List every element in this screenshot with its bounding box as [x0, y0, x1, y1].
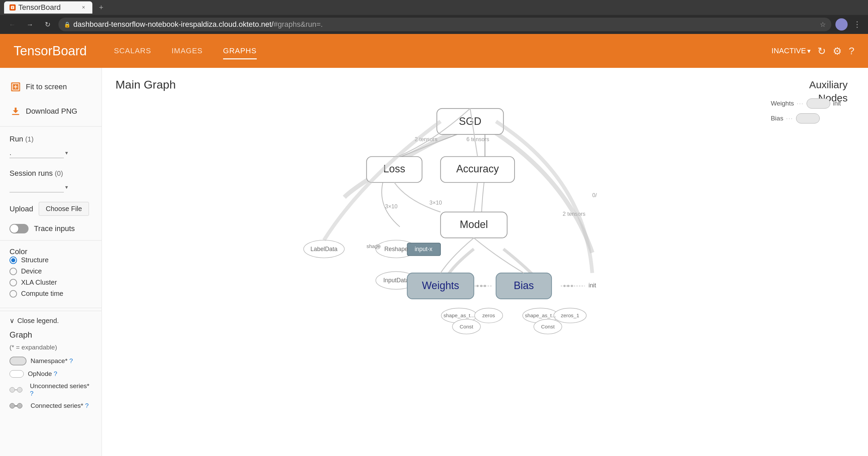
run-select[interactable]: .	[10, 148, 64, 158]
color-option-structure[interactable]: Structure	[10, 256, 92, 264]
svg-text:0/: 0/	[592, 192, 597, 198]
svg-text:Const: Const	[460, 324, 474, 329]
fit-to-screen-icon	[10, 81, 22, 93]
session-select[interactable]	[10, 182, 64, 192]
nav-tab-images[interactable]: IMAGES	[171, 44, 203, 58]
run-select-arrow[interactable]: ▾	[807, 47, 811, 55]
new-tab-button[interactable]: +	[95, 1, 107, 14]
address-bar: ← → ↻ 🔒 dashboard-tensorflow-notebook-ir…	[0, 15, 868, 34]
legend-connected-help[interactable]: ?	[85, 402, 89, 409]
svg-text:zeros_1: zeros_1	[561, 312, 579, 318]
legend-item-unconnected: Unconnected series* ?	[10, 382, 92, 397]
run-label: Run	[10, 135, 23, 144]
bookmark-icon[interactable]: ☆	[820, 20, 826, 28]
svg-text:Model: Model	[460, 218, 488, 230]
app-header: TensorBoard SCALARS IMAGES GRAPHS INACTI…	[0, 34, 868, 68]
legend-section: ∨ Close legend. Graph (* = expandable) N…	[0, 311, 102, 420]
legend-title: Graph	[10, 330, 92, 340]
tab-close-button[interactable]: ×	[80, 4, 87, 11]
svg-point-12	[563, 285, 566, 287]
radio-structure[interactable]	[10, 256, 17, 264]
app-logo: TensorBoard	[14, 44, 87, 58]
legend-opnode-help[interactable]: ?	[54, 370, 57, 377]
legend-unconnected-help[interactable]: ?	[30, 390, 34, 397]
divider-3	[0, 308, 102, 308]
upload-section: Upload Choose File	[0, 198, 102, 220]
graph-svg: shape 2 tensors 6 tensors 3×10 3×10 7×1e…	[102, 68, 868, 456]
legend-item-opnode: OpNode ?	[10, 370, 92, 378]
svg-text:InputData: InputData	[383, 277, 409, 284]
sidebar: Fit to screen Download PNG Run (1) . ▾	[0, 68, 102, 456]
color-option-xla[interactable]: XLA Cluster	[10, 279, 92, 286]
color-option-xla-label: XLA Cluster	[21, 279, 57, 286]
legend-chevron-icon: ∨	[10, 317, 15, 325]
fit-to-screen-button[interactable]: Fit to screen	[0, 75, 102, 99]
upload-label: Upload	[10, 205, 33, 213]
session-count: (0)	[55, 170, 63, 177]
legend-toggle-button[interactable]: ∨ Close legend.	[10, 317, 92, 325]
svg-text:3×10: 3×10	[385, 203, 398, 209]
run-select-wrapper: . ▾	[10, 148, 92, 158]
divider-2	[0, 240, 102, 241]
browser-menu-button[interactable]: ⋮	[852, 20, 863, 29]
color-option-device[interactable]: Device	[10, 267, 92, 275]
nav-tab-graphs[interactable]: GRAPHS	[223, 44, 257, 58]
color-option-compute-time-label: Compute time	[21, 290, 64, 298]
header-right: INACTIVE ▾ ↻ ⚙ ?	[772, 45, 854, 57]
legend-namespace-help[interactable]: ?	[69, 357, 73, 364]
reload-button[interactable]: ↻	[41, 18, 54, 31]
download-icon	[10, 105, 22, 117]
download-png-label: Download PNG	[26, 107, 77, 116]
svg-text:3×10: 3×10	[430, 200, 442, 206]
back-button[interactable]: ←	[5, 18, 19, 31]
divider-1	[0, 126, 102, 127]
svg-rect-6	[12, 114, 19, 115]
radio-compute-time[interactable]	[10, 290, 17, 298]
session-label: Session runs	[10, 169, 53, 178]
download-png-button[interactable]: Download PNG	[0, 99, 102, 124]
session-runs-section: Session runs (0) ▾	[0, 164, 102, 198]
legend-namespace-label: Namespace* ?	[31, 357, 73, 365]
legend-subtitle: (* = expandable)	[10, 344, 92, 351]
run-select-wrapper: INACTIVE ▾	[772, 46, 811, 55]
refresh-button[interactable]: ↻	[817, 45, 826, 57]
svg-text:input-x: input-x	[415, 246, 433, 252]
color-section: Color Structure Device XLA Cluster Compu…	[0, 243, 102, 305]
help-icon[interactable]: ?	[849, 45, 854, 57]
user-avatar[interactable]	[835, 18, 848, 31]
settings-icon[interactable]: ⚙	[833, 45, 842, 57]
svg-text:shape: shape	[366, 243, 381, 249]
color-option-structure-label: Structure	[21, 256, 49, 264]
tab-title: TensorBoard	[18, 3, 77, 12]
fit-to-screen-label: Fit to screen	[26, 82, 67, 91]
nav-tabs: SCALARS IMAGES GRAPHS	[114, 44, 771, 58]
svg-text:Reshape: Reshape	[384, 246, 408, 252]
tab-favicon: T	[10, 4, 16, 11]
trace-inputs-toggle[interactable]	[10, 224, 29, 233]
url-text: dashboard-tensorflow-notebook-irespaldiz…	[73, 20, 817, 29]
svg-text:2 tensors: 2 tensors	[563, 211, 585, 217]
choose-file-button[interactable]: Choose File	[39, 202, 89, 216]
radio-device[interactable]	[10, 268, 17, 275]
browser-chrome: T TensorBoard × + ← → ↻ 🔒 dashboard-tens…	[0, 0, 868, 34]
legend-unconnected-shape	[10, 387, 26, 393]
trace-inputs-section: Trace inputs	[0, 220, 102, 238]
color-option-compute-time[interactable]: Compute time	[10, 290, 92, 298]
legend-item-namespace: Namespace* ?	[10, 357, 92, 365]
legend-opnode-label: OpNode ?	[28, 370, 57, 378]
svg-text:6 tensors: 6 tensors	[467, 136, 489, 142]
legend-toggle-label: Close legend.	[17, 317, 59, 325]
radio-xla[interactable]	[10, 279, 17, 286]
legend-opnode-shape	[10, 370, 24, 378]
nav-tab-scalars[interactable]: SCALARS	[114, 44, 151, 58]
svg-text:SGD: SGD	[459, 115, 481, 127]
svg-point-14	[571, 285, 573, 287]
svg-point-8	[476, 285, 479, 287]
run-select-chevron: ▾	[65, 150, 68, 156]
forward-button[interactable]: →	[23, 18, 37, 31]
svg-text:Accuracy: Accuracy	[456, 163, 499, 175]
url-bar[interactable]: 🔒 dashboard-tensorflow-notebook-irespald…	[58, 18, 831, 31]
active-tab[interactable]: T TensorBoard ×	[4, 1, 92, 14]
run-section: Run (1) . ▾	[0, 129, 102, 164]
ssl-lock-icon: 🔒	[64, 21, 71, 28]
